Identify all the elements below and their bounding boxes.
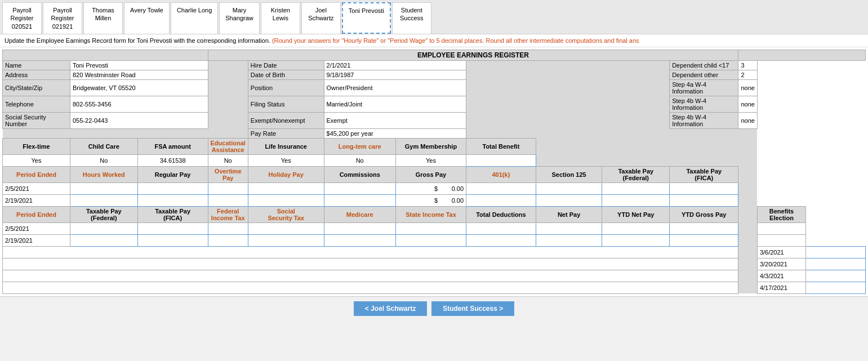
ded-total-2[interactable] [469,236,533,245]
total-benefit-header: Total Benefit [466,138,536,154]
eer-table: EMPLOYEE EARNINGS REGISTER Name Toni Pre… [2,50,866,294]
gym-value: Yes [395,154,466,166]
holiday-input-2[interactable] [251,196,322,205]
ded-netpay-2[interactable] [538,236,600,245]
sec125-input-2[interactable] [538,196,600,205]
ded-socsec-1[interactable] [251,224,322,233]
net-pay-header: Net Pay [536,206,602,222]
hours-input-1[interactable] [73,184,135,193]
taxfed-input-2[interactable] [604,196,667,205]
extra-input-4[interactable] [808,283,863,292]
pay-row1-sec125[interactable] [536,182,602,194]
pay-row2-period: 2/19/2021 [3,194,70,206]
gym-header: Gym Membership [395,138,466,154]
dob-label: Date of Birth [248,70,324,79]
tab-charlie-long[interactable]: Charlie Long [171,2,218,34]
taxfed-input-1[interactable] [604,184,667,193]
ded-medicare-1[interactable] [327,224,393,233]
tabs-bar: PayrollRegister020521 PayrollRegister021… [0,0,868,34]
401k-header: 401(k) [466,166,536,182]
prev-button[interactable]: < Joel Schwartz [354,301,427,316]
overtime-pay-header: Overtime Pay [208,166,248,182]
edu-header: EducationalAssistance [208,138,248,154]
ded-ytdnet-2[interactable] [604,236,667,245]
pay-row1-comm[interactable] [324,182,395,194]
ded-socsec-2[interactable] [251,236,322,245]
ssn-label: Social Security Number [3,112,70,128]
pay-row1-period: 2/5/2021 [3,182,70,194]
tab-payroll-register-2[interactable]: PayrollRegister021921 [43,2,82,34]
table-title: EMPLOYEE EARNINGS REGISTER [208,50,738,60]
tab-avery-towle[interactable]: Avery Towle [124,2,170,34]
pay-row1-taxfica[interactable] [670,182,738,194]
tab-student-success[interactable]: StudentSuccess [392,2,431,34]
step4b-value: none [738,96,757,112]
ded-taxfed-1[interactable] [73,224,135,233]
ded-netpay-1[interactable] [538,224,600,233]
pay-row1-holiday[interactable] [248,182,324,194]
tab-payroll-register-1[interactable]: PayrollRegister020521 [2,2,42,34]
pay-row1-overtime[interactable] [208,182,248,194]
comm-input-2[interactable] [327,196,393,205]
ded-state-1[interactable] [398,224,464,233]
ded-taxfica-2[interactable] [140,236,206,245]
taxfica-input-2[interactable] [672,196,736,205]
dep-child-value: 3 [738,60,757,70]
ded-ytdnet-1[interactable] [604,224,667,233]
regular-pay-header: Regular Pay [137,166,208,182]
ded-ytdgross-1[interactable] [672,224,736,233]
taxfica-input-1[interactable] [672,184,736,193]
ded-taxfica-1[interactable] [140,224,206,233]
exempt-label: Exempt/Nonexempt [248,112,324,128]
401k-input-2[interactable] [469,196,533,205]
ded-state-2[interactable] [398,236,464,245]
sec125-input-1[interactable] [538,184,600,193]
pay-rate-label: Pay Rate [248,128,324,138]
life-ins-header: Life Insurance [248,138,324,154]
extra-date-2: 3/20/2021 [757,258,805,270]
extra-input-3[interactable] [808,271,863,280]
ded-medicare-2[interactable] [327,236,393,245]
pay-row1-401k[interactable] [466,182,536,194]
tab-mary-shangraw[interactable]: MaryShangraw [219,2,260,34]
pay-row1-hours[interactable] [70,182,138,194]
total-benefit-input[interactable] [469,156,533,165]
ded-fedinc-2[interactable] [211,236,246,245]
overtime-input-2[interactable] [211,196,246,205]
pay-row1-gross: $ 0.00 [395,182,466,194]
address-value: 820 Westminster Road [70,70,208,79]
tab-joel-schwartz[interactable]: JoelSchwartz [301,2,341,34]
holiday-input-1[interactable] [251,184,322,193]
ded-ytdgross-2[interactable] [672,236,736,245]
ssn-value: 055-22-0443 [70,112,208,128]
hours-input-2[interactable] [73,196,135,205]
extra-input-2[interactable] [808,260,863,269]
child-care-value: No [70,154,138,166]
401k-input-1[interactable] [469,184,533,193]
ded-total-1[interactable] [469,224,533,233]
tab-toni-prevosti[interactable]: Toni Prevosti [342,2,391,34]
medicare-header: Medicare [324,206,395,222]
soc-sec-header: SocialSecurity Tax [248,206,324,222]
regular-input-1[interactable] [140,184,206,193]
dep-other-label: Dependent other [670,70,738,79]
child-care-header: Child Care [70,138,138,154]
regular-input-2[interactable] [140,196,206,205]
total-benefit-input-cell[interactable] [466,154,536,166]
tab-kristen-lewis[interactable]: KristenLewis [261,2,300,34]
edu-value: No [208,154,248,166]
section125-header: Section 125 [536,166,602,182]
exempt-value: Exempt [324,112,466,128]
dep-child-label: Dependent child <17 [670,60,738,70]
ded-fedinc-1[interactable] [211,224,246,233]
tab-thomas-millen[interactable]: ThomasMillen [83,2,123,34]
overtime-input-1[interactable] [211,184,246,193]
commissions-header: Commissions [324,166,395,182]
pay-row1-regular[interactable] [137,182,208,194]
comm-input-1[interactable] [327,184,393,193]
extra-input-1[interactable] [808,248,863,257]
ded-taxfed-2[interactable] [73,236,135,245]
next-button[interactable]: Student Success > [431,301,514,316]
name-value: Toni Prevosti [70,60,208,70]
pay-row1-taxfed[interactable] [602,182,670,194]
